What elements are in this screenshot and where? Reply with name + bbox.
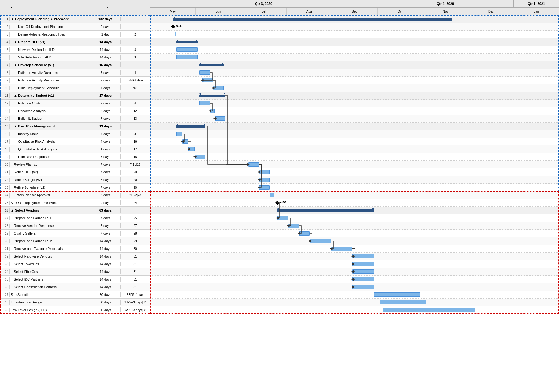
predecessor-28: 27	[121, 224, 150, 228]
task-name-20: Review Plan v1	[10, 162, 90, 167]
task-row-27: 27Prepare and Launch RFI7 days25	[0, 214, 150, 222]
row-number-28: 28	[1, 224, 10, 228]
row-number-11: 11	[1, 93, 10, 98]
predecessor-13: 12	[121, 109, 150, 113]
task-bar-32	[352, 254, 374, 258]
gantt-row-30	[150, 237, 559, 245]
task-bar-23	[259, 185, 270, 190]
duration-13: 3 days	[90, 108, 121, 113]
task-bar-34	[352, 270, 374, 274]
table-header: ▼ ▼	[0, 0, 150, 15]
task-name-37: Site Selection	[10, 292, 90, 297]
task-name-32: Select Hardware Vendors	[10, 254, 90, 259]
predecessor-20: 7|11|15	[121, 162, 150, 167]
row-number-25: 25	[1, 201, 10, 205]
predecessor-2	[121, 26, 150, 27]
row-number-36: 36	[1, 285, 10, 289]
duration-sort-icon: ▼	[106, 6, 109, 9]
gantt-header-months: May Jun Jul Aug Sep Oct Nov Dec Jan	[150, 8, 559, 15]
task-name-25: Kick-Off Deployment Pre-Work	[10, 200, 90, 205]
gantt-row-22	[150, 176, 559, 184]
row-number-13: 13	[1, 109, 10, 113]
gantt-row-35	[150, 276, 559, 283]
row-number-21: 21	[1, 170, 10, 175]
duration-4: 14 days	[90, 40, 121, 44]
task-name-1: ▲ Deployment Planning & Pre-Work	[10, 17, 90, 21]
row-number-7: 7	[1, 63, 10, 67]
gantt-row-12	[150, 100, 559, 107]
predecessor-16: 3	[121, 132, 150, 136]
predecessor-6: 3	[121, 55, 150, 60]
summary-bar-26	[277, 209, 374, 212]
predecessor-38: 33FS+3 days|34	[121, 300, 150, 305]
month-sep: Sep	[332, 8, 377, 15]
task-name-19: Plan Risk Responses	[10, 154, 90, 159]
task-bar-24	[270, 193, 274, 197]
predecessor-37: 33FS+1 day	[121, 292, 150, 297]
task-bar-8	[199, 70, 210, 75]
duration-23: 7 days	[90, 185, 121, 190]
gantt-row-27	[150, 214, 559, 222]
summary-bar-1	[173, 18, 452, 21]
duration-24: 3 days	[90, 193, 121, 198]
predecessor-11	[121, 95, 150, 96]
task-bar-28	[288, 224, 299, 228]
qtr1-2021-label: Qtr 1, 2021	[514, 0, 559, 7]
summary-bar-15	[176, 125, 205, 128]
task-name-7: ▲ Develop Schedule (v1)	[10, 62, 90, 67]
duration-10: 7 days	[90, 85, 121, 90]
task-bar-37	[374, 292, 420, 297]
gantt-row-2: 5/15	[150, 23, 559, 31]
task-bar-22	[259, 178, 270, 182]
row-number-12: 12	[1, 101, 10, 106]
task-bar-33	[352, 262, 374, 266]
task-name-14: Build HL Budget	[10, 116, 90, 121]
predecessor-1	[121, 18, 150, 20]
task-row-28: 28Receive Vendor Responses7 days27	[0, 222, 150, 230]
row-number-22: 22	[1, 178, 10, 182]
task-name-27: Prepare and Launch RFI	[10, 216, 90, 221]
row-number-26: 26	[1, 208, 10, 213]
duration-28: 7 days	[90, 223, 121, 228]
duration-17: 4 days	[90, 139, 121, 144]
row-number-17: 17	[1, 139, 10, 144]
task-row-10: 10Build Deployment Schedule7 days9|8	[0, 84, 150, 92]
row-number-6: 6	[1, 55, 10, 60]
task-bar-13	[210, 109, 215, 113]
task-row-16: 16Identify Risks4 days3	[0, 130, 150, 138]
task-name-28: Receive Vendor Responses	[10, 223, 90, 228]
task-row-22: 22Refine Budget (v2)7 days20	[0, 176, 150, 184]
task-sort-icon: ▼	[10, 6, 13, 9]
duration-29: 7 days	[90, 231, 121, 236]
row-number-10: 10	[1, 86, 10, 90]
task-row-12: 12Estimate Costs7 days4	[0, 100, 150, 107]
row-number-20: 20	[1, 162, 10, 167]
gantt-row-18	[150, 145, 559, 153]
task-name-29: Qualify Sellers	[10, 231, 90, 236]
gantt-row-20	[150, 161, 559, 168]
milestone-2	[171, 24, 175, 29]
predecessor-34: 31	[121, 270, 150, 274]
task-name-4: ▲ Prepare HLD (v1)	[10, 40, 90, 44]
task-row-18: 18Quantitative Risk Analysis4 days17	[0, 145, 150, 153]
month-jan: Jan	[514, 8, 559, 15]
duration-column-header[interactable]: ▼	[93, 5, 122, 10]
gantt-row-11	[150, 92, 559, 100]
duration-5: 14 days	[90, 47, 121, 52]
task-name-39: Low Level Design (LLD)	[10, 307, 90, 312]
row-number-24: 24	[1, 193, 10, 198]
predecessor-33: 31	[121, 262, 150, 266]
task-name-column-header[interactable]: ▼	[8, 5, 93, 10]
duration-21: 7 days	[90, 170, 121, 175]
gantt-row-6	[150, 54, 559, 61]
task-row-38: 38Infrastructure Design30 days33FS+3 day…	[0, 299, 150, 306]
task-table: ▼ ▼ 1▲ Deployment Planning & Pre-Work182…	[0, 0, 150, 314]
task-bar-29	[299, 231, 310, 236]
task-name-31: Receive and Evaluate Proposals	[10, 246, 90, 251]
task-name-15: ▲ Plan Risk Management	[10, 124, 90, 129]
duration-38: 30 days	[90, 300, 121, 305]
row-number-5: 5	[1, 47, 10, 52]
task-name-13: Reserves Analysis	[10, 108, 90, 113]
task-row-9: 9Estimate Activity Resources7 days8SS+2 …	[0, 77, 150, 84]
task-name-8: Estimate Activity Durations	[10, 70, 90, 75]
